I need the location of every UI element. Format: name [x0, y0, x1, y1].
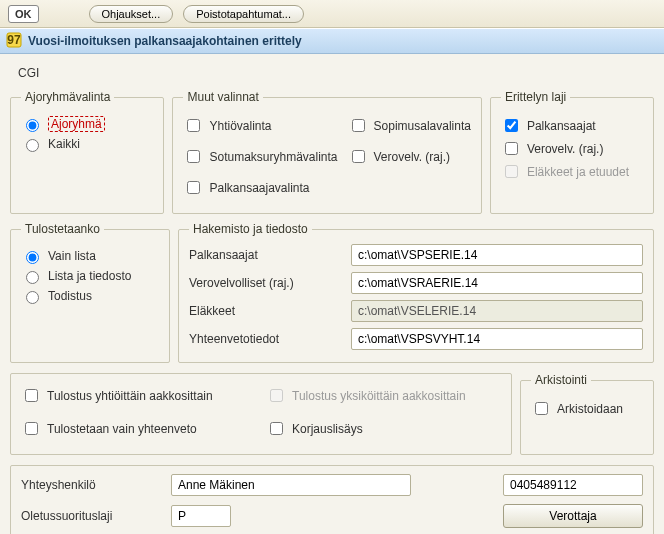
yhteenveto-file-input[interactable] [351, 328, 643, 350]
elakkeet-label: Eläkkeet ja etuudet [527, 165, 629, 179]
contact-group: Yhteyshenkilö Oletussuorituslaji Verotta… [10, 465, 654, 534]
file-row-label: Yhteenvetotiedot [189, 332, 339, 346]
ajoryhma-legend: Ajoryhmävalinta [21, 90, 114, 104]
korjauslisays-check[interactable] [270, 422, 283, 435]
page-title: Vuosi-ilmoituksen palkansaajakohtainen e… [28, 34, 302, 48]
window-title: 97 Vuosi-ilmoituksen palkansaajakohtaine… [0, 28, 664, 54]
file-row-label: Verovelvolliset (raj.) [189, 276, 339, 290]
muut-legend: Muut valinnat [183, 90, 262, 104]
arkistointi-group: Arkistointi Arkistoidaan [520, 373, 654, 455]
oletussuorituslaji-label: Oletussuorituslaji [21, 509, 151, 523]
tulostus-yhtio-label: Tulostus yhtiöittäin aakkosittain [47, 389, 213, 403]
erittely-verovelv-label: Verovelv. (raj.) [527, 142, 603, 156]
palkansaajavalinta-check[interactable] [187, 181, 200, 194]
elakkeet-check [505, 165, 518, 178]
svg-text:97: 97 [7, 33, 21, 47]
arkistoidaan-check[interactable] [535, 402, 548, 415]
hakemisto-group: Hakemisto ja tiedosto Palkansaajat Verov… [178, 222, 654, 363]
palkansaajavalinta-label: Palkansaajavalinta [209, 181, 309, 195]
tulostetaanko-legend: Tulostetaanko [21, 222, 104, 236]
ok-button[interactable]: OK [8, 5, 39, 23]
ajoryhma-label: Ajoryhmä [48, 116, 105, 132]
listajatiedosto-label: Lista ja tiedosto [48, 269, 131, 283]
app-icon: 97 [6, 32, 22, 51]
yhteyshenkilo-input[interactable] [171, 474, 411, 496]
palkansaajat-file-input[interactable] [351, 244, 643, 266]
vainlista-radio[interactable] [26, 251, 39, 264]
yhtiovalinta-check[interactable] [187, 119, 200, 132]
listajatiedosto-radio[interactable] [26, 271, 39, 284]
palkansaajat-check[interactable] [505, 119, 518, 132]
erittely-verovelv-check[interactable] [505, 142, 518, 155]
sopimusala-label: Sopimusalavalinta [374, 119, 471, 133]
erittely-legend: Erittelyn laji [501, 90, 570, 104]
puhelin-input[interactable] [503, 474, 643, 496]
elakkeet-file-input [351, 300, 643, 322]
verottaja-button[interactable]: Verottaja [503, 504, 643, 528]
tulostus-yksikko-label: Tulostus yksiköittäin aakkosittain [292, 389, 466, 403]
ohjaukset-button[interactable]: Ohjaukset... [89, 5, 174, 23]
sotumaksu-check[interactable] [187, 150, 200, 163]
muut-valinnat-group: Muut valinnat Yhtiövalinta Sopimusalaval… [172, 90, 481, 214]
yhteyshenkilo-label: Yhteyshenkilö [21, 478, 151, 492]
korjauslisays-label: Korjauslisäys [292, 422, 363, 436]
ajoryhma-group: Ajoryhmävalinta Ajoryhmä Kaikki [10, 90, 164, 214]
hakemisto-legend: Hakemisto ja tiedosto [189, 222, 312, 236]
file-row-label: Eläkkeet [189, 304, 339, 318]
tulostetaan-vain-check[interactable] [25, 422, 38, 435]
kaikki-label: Kaikki [48, 137, 80, 151]
tulostetaanko-group: Tulostetaanko Vain lista Lista ja tiedos… [10, 222, 170, 363]
tulostus-options-group: Tulostus yhtiöittäin aakkosittain Tulost… [10, 373, 512, 455]
yhtiovalinta-label: Yhtiövalinta [209, 119, 271, 133]
erittely-group: Erittelyn laji Palkansaajat Verovelv. (r… [490, 90, 654, 214]
kaikki-radio[interactable] [26, 139, 39, 152]
sopimusala-check[interactable] [352, 119, 365, 132]
verovelvolliset-file-input[interactable] [351, 272, 643, 294]
tulostus-yhtio-check[interactable] [25, 389, 38, 402]
arkistointi-legend: Arkistointi [531, 373, 591, 387]
client-label: CGI [10, 62, 654, 90]
tulostetaan-vain-label: Tulostetaan vain yhteenveto [47, 422, 197, 436]
vainlista-label: Vain lista [48, 249, 96, 263]
oletussuorituslaji-input[interactable] [171, 505, 231, 527]
file-row-label: Palkansaajat [189, 248, 339, 262]
verovelv-check[interactable] [352, 150, 365, 163]
verovelv-label: Verovelv. (raj.) [374, 150, 450, 164]
todistus-label: Todistus [48, 289, 92, 303]
ajoryhma-radio[interactable] [26, 119, 39, 132]
palkansaajat-label: Palkansaajat [527, 119, 596, 133]
tulostus-yksikko-check [270, 389, 283, 402]
toolbar: OK Ohjaukset... Poistotapahtumat... [0, 0, 664, 28]
sotumaksu-label: Sotumaksuryhmävalinta [209, 150, 337, 164]
arkistoidaan-label: Arkistoidaan [557, 402, 623, 416]
poistotapahtumat-button[interactable]: Poistotapahtumat... [183, 5, 304, 23]
todistus-radio[interactable] [26, 291, 39, 304]
